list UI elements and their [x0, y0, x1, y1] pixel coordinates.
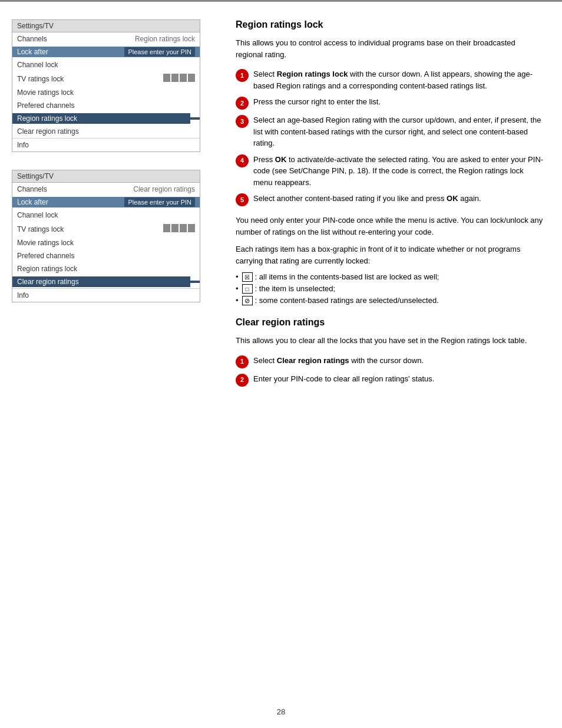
menu-row-regionratings-1[interactable]: Region ratings lock — [12, 112, 200, 125]
menu-row-label-tvratings-1: TV ratings lock — [12, 74, 158, 84]
menu-row-prefchannels-1[interactable]: Prefered channels — [12, 99, 200, 112]
menu-row-label-channels-1: Channels — [12, 34, 130, 44]
left-column: Settings/TV Channels Region ratings lock… — [0, 14, 224, 401]
step-number-1-2: 2 — [236, 97, 249, 110]
step1-5: 5 Select another content-based rating if… — [236, 193, 544, 206]
menu-row-channellock-1[interactable]: Channel lock — [12, 58, 200, 71]
menu-row-value-movieratings-2 — [190, 242, 200, 244]
step-text-2-2: Enter your PIN-code to clear all region … — [253, 373, 544, 385]
menu-row-value-prefchannels-1 — [190, 104, 200, 107]
step-text-1-1: Select Region ratings lock with the curs… — [253, 68, 544, 91]
menu-row-label-prefchannels-2: Prefered channels — [12, 251, 190, 261]
section1-bullets: • ☒ : all items in the contents-based li… — [236, 272, 544, 305]
menu-row-label-channellock-1: Channel lock — [12, 60, 190, 70]
menu-row-value-channels-2: Clear region ratings — [128, 184, 200, 195]
menu-row-label-movieratings-1: Movie ratings lock — [12, 87, 190, 98]
step-number-2-2: 2 — [236, 374, 249, 387]
menu-row-label-channellock-2: Channel lock — [12, 210, 190, 220]
menu-row-channels-1[interactable]: Channels Region ratings lock — [12, 32, 200, 45]
menu-row-label-tvratings-2: TV ratings lock — [12, 224, 158, 235]
menu-row-label-regionratings-1: Region ratings lock — [12, 113, 190, 124]
bullet-3: • ⊘ : some content-based ratings are sel… — [236, 296, 544, 305]
section2-title: Clear region ratings — [236, 317, 544, 328]
step-number-1-1: 1 — [236, 69, 249, 82]
section1-intro: This allows you to control access to ind… — [236, 37, 544, 60]
menu-row-value-tvratings-1 — [158, 73, 200, 85]
menu-row-prefchannels-2[interactable]: Prefered channels — [12, 249, 200, 262]
bullet-text-2: : the item is unselected; — [255, 284, 336, 293]
menu-row-value-clearregion-1 — [190, 130, 200, 133]
bullet-dot-3: • — [236, 296, 239, 305]
step-number-1-4: 4 — [236, 154, 249, 167]
menu-row-value-movieratings-1 — [190, 91, 200, 94]
menu-row-label-movieratings-2: Movie ratings lock — [12, 238, 190, 248]
pin-box-8 — [188, 224, 195, 232]
bullet-symbol-1: ☒ — [242, 272, 253, 282]
section1-title: Region ratings lock — [236, 19, 544, 30]
bullet-dot-2: • — [236, 284, 239, 293]
menu-row-label-clearregion-1: Clear region ratings — [12, 126, 190, 137]
menu-row-value-lockafter-1: Please enter your PIN — [120, 47, 200, 57]
menu-row-value-channellock-2 — [190, 214, 200, 216]
step-text-1-2: Press the cursor right to enter the list… — [253, 96, 544, 108]
step2-1: 1 Select Clear region ratings with the c… — [236, 355, 544, 368]
section1-steps: 1 Select Region ratings lock with the cu… — [236, 68, 544, 206]
menu-row-clearregion-2[interactable]: Clear region ratings — [12, 275, 200, 288]
menu-row-regionratings-2[interactable]: Region ratings lock — [12, 262, 200, 275]
step1-4: 4 Press OK to activate/de-activate the s… — [236, 154, 544, 189]
menu-row-value-regionratings-1 — [190, 117, 200, 120]
menu-row-value-lockafter-2: Please enter your PIN — [120, 197, 200, 207]
menu-row-value-clearregion-2 — [190, 281, 200, 283]
menu-row-lockafter-1[interactable]: Lock after Please enter your PIN — [12, 45, 200, 58]
menu-row-movieratings-2[interactable]: Movie ratings lock — [12, 236, 200, 249]
pin-box-4 — [188, 74, 195, 82]
menu-row-value-regionratings-2 — [190, 268, 200, 270]
pin-prompt-1: Please enter your PIN — [124, 47, 195, 57]
step-text-1-5: Select another content-based rating if y… — [253, 193, 544, 205]
menu-row-clearregion-1[interactable]: Clear region ratings — [12, 125, 200, 138]
menu-row-lockafter-2[interactable]: Lock after Please enter your PIN — [12, 196, 200, 209]
menu-row-label-lockafter-2: Lock after — [12, 197, 120, 207]
bullet-dot-1: • — [236, 272, 239, 281]
menu-row-value-tvratings-2 — [158, 223, 200, 235]
menu-box-2: Settings/TV Channels Clear region rating… — [12, 170, 200, 302]
section2-intro: This allows you to clear all the locks t… — [236, 335, 544, 347]
pin-box-2 — [171, 74, 178, 82]
menu-row-label-channels-2: Channels — [12, 184, 128, 195]
section1-body2: Each ratings item has a box-graphic in f… — [236, 243, 544, 266]
menu-row-label-prefchannels-1: Prefered channels — [12, 100, 190, 111]
step1-1: 1 Select Region ratings lock with the cu… — [236, 68, 544, 91]
section1-body1: You need only enter your PIN-code once w… — [236, 215, 544, 238]
pin-box-5 — [163, 224, 170, 232]
step-number-2-1: 1 — [236, 355, 249, 368]
menu-title-2: Settings/TV — [12, 170, 200, 183]
step-number-1-5: 5 — [236, 193, 249, 206]
right-column: Region ratings lock This allows you to c… — [224, 14, 562, 401]
bullet-text-3: : some content-based ratings are selecte… — [255, 296, 439, 305]
pin-boxes-1 — [163, 74, 195, 82]
menu-row-tvratings-1[interactable]: TV ratings lock — [12, 71, 200, 86]
step-text-2-1: Select Clear region ratings with the cur… — [253, 355, 544, 367]
menu-row-label-regionratings-2: Region ratings lock — [12, 263, 190, 274]
section2-steps: 1 Select Clear region ratings with the c… — [236, 355, 544, 387]
menu-box-1: Settings/TV Channels Region ratings lock… — [12, 19, 200, 152]
menu-title-1: Settings/TV — [12, 20, 200, 32]
step1-2: 2 Press the cursor right to enter the li… — [236, 96, 544, 110]
section-clear-region: Clear region ratings This allows you to … — [236, 317, 544, 387]
page-number: 28 — [277, 707, 285, 716]
menu-row-label-lockafter-1: Lock after — [12, 47, 120, 57]
menu-row-tvratings-2[interactable]: TV ratings lock — [12, 222, 200, 236]
menu-row-value-prefchannels-2 — [190, 255, 200, 257]
bullet-symbol-3: ⊘ — [242, 296, 253, 305]
pin-boxes-2 — [163, 224, 195, 232]
menu-row-channellock-2[interactable]: Channel lock — [12, 209, 200, 222]
menu-row-label-clearregion-2: Clear region ratings — [12, 276, 190, 287]
pin-box-6 — [171, 224, 178, 232]
section-region-ratings: Region ratings lock This allows you to c… — [236, 19, 544, 305]
menu-info-1: Info — [12, 138, 200, 151]
step2-2: 2 Enter your PIN-code to clear all regio… — [236, 373, 544, 387]
pin-box-1 — [163, 74, 170, 82]
menu-row-channels-2[interactable]: Channels Clear region ratings — [12, 183, 200, 196]
menu-row-movieratings-1[interactable]: Movie ratings lock — [12, 86, 200, 99]
pin-box-7 — [180, 224, 187, 232]
